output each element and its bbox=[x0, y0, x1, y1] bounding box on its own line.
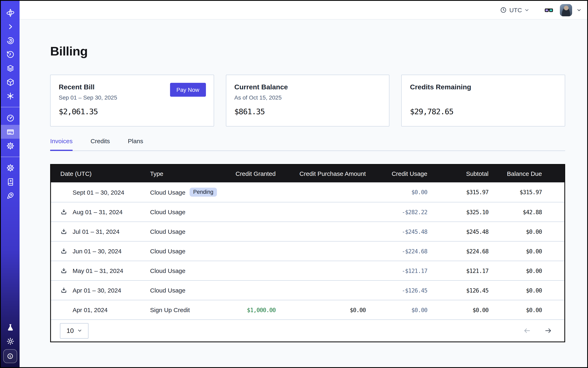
subtotal-value: $0.00 bbox=[427, 307, 488, 313]
arrow-right-icon bbox=[544, 327, 552, 335]
sidebar-item-credits[interactable]: $ bbox=[3, 349, 17, 363]
helm-wheel-icon bbox=[6, 163, 15, 172]
sidebar-item-usage[interactable] bbox=[1, 111, 19, 125]
invoice-type-cell: Sign Up Credit bbox=[150, 306, 227, 313]
invoice-type: Cloud Usage bbox=[150, 287, 185, 294]
clock-icon bbox=[500, 7, 507, 13]
invoice-date-cell: Sept 01 – 30, 2024 bbox=[51, 189, 150, 196]
reader-mode-button[interactable] bbox=[544, 5, 554, 15]
summary-cards: Recent Bill Sep 01 – Sep 30, 2025 $2,061… bbox=[50, 75, 565, 127]
table-row: Jun 01 – 30, 2024 Cloud Usage -$224.68 $… bbox=[51, 241, 564, 261]
sidebar-item-cube[interactable] bbox=[1, 75, 19, 89]
sidebar-divider bbox=[1, 157, 19, 157]
invoice-date-cell: Apr 01, 2024 bbox=[51, 306, 150, 313]
current-balance-amount: $861.35 bbox=[234, 107, 381, 116]
page-size-value: 10 bbox=[66, 327, 74, 334]
download-icon bbox=[60, 228, 67, 235]
status-badge: Pending bbox=[190, 188, 217, 197]
table-row: Jul 01 – 31, 2024 Cloud Usage -$245.48 $… bbox=[51, 221, 564, 241]
glasses-icon bbox=[544, 5, 554, 15]
balance-due-value: $315.97 bbox=[488, 189, 542, 195]
column-header-credit-purchase: Credit Purchase Amount bbox=[276, 170, 366, 177]
sidebar-item-history[interactable] bbox=[1, 47, 19, 61]
user-avatar[interactable] bbox=[560, 4, 572, 16]
invoice-date: Apr 01 – 30, 2024 bbox=[72, 287, 121, 294]
invoice-date: Aug 01 – 31, 2024 bbox=[72, 209, 123, 215]
sidebar-item-labs[interactable] bbox=[1, 320, 19, 334]
previous-page-button[interactable] bbox=[523, 327, 531, 335]
book-sparkle-icon bbox=[6, 177, 15, 186]
sidebar-item-settings[interactable] bbox=[1, 139, 19, 153]
subtotal-value: $325.10 bbox=[427, 209, 488, 215]
tab-credits[interactable]: Credits bbox=[90, 138, 110, 151]
credit-usage-value: -$282.22 bbox=[366, 209, 427, 215]
download-invoice-button[interactable] bbox=[60, 228, 67, 235]
page-size-select[interactable]: 10 bbox=[60, 323, 89, 338]
pagination-arrows bbox=[523, 327, 552, 335]
sidebar-item-layers[interactable] bbox=[1, 61, 19, 75]
gear-icon bbox=[6, 141, 15, 150]
column-header-balance-due: Balance Due bbox=[488, 170, 542, 177]
invoice-date: Apr 01, 2024 bbox=[72, 306, 108, 313]
invoice-type-cell: Cloud Usage bbox=[150, 248, 227, 255]
card-subtitle: As of Oct 15, 2025 bbox=[234, 94, 381, 101]
invoice-type-cell: Cloud Usage bbox=[150, 267, 227, 274]
invoice-type: Sign Up Credit bbox=[150, 306, 190, 313]
sidebar-item-helm[interactable] bbox=[1, 161, 19, 175]
sun-icon bbox=[6, 337, 15, 345]
download-slot bbox=[60, 248, 72, 255]
download-icon bbox=[60, 267, 67, 274]
current-balance-card: Current Balance As of Oct 15, 2025 $861.… bbox=[226, 75, 389, 127]
sidebar-spacer bbox=[1, 202, 19, 320]
pay-now-button[interactable]: Pay Now bbox=[170, 83, 206, 97]
invoice-date: Jun 01 – 30, 2024 bbox=[72, 248, 121, 255]
credit-usage-value: -$245.48 bbox=[366, 228, 427, 235]
credit-granted-value: $1,000.00 bbox=[227, 307, 276, 313]
credit-usage-value: -$224.68 bbox=[366, 248, 427, 254]
table-body: Sept 01 – 30, 2024 Cloud Usage Pending $… bbox=[51, 182, 564, 320]
download-slot bbox=[60, 228, 72, 235]
table-footer: 10 bbox=[51, 320, 564, 341]
timezone-dropdown[interactable]: UTC bbox=[500, 7, 529, 13]
balance-due-value: $0.00 bbox=[488, 287, 542, 294]
sidebar-item-asterisk[interactable] bbox=[1, 89, 19, 103]
download-invoice-button[interactable] bbox=[60, 287, 67, 294]
invoice-date: Sept 01 – 30, 2024 bbox=[72, 189, 124, 196]
billing-card-icon bbox=[6, 128, 15, 136]
download-slot bbox=[60, 189, 72, 196]
credits-remaining-amount: $29,782.65 bbox=[410, 107, 557, 116]
chevron-down-icon bbox=[525, 8, 529, 12]
invoices-table: Date (UTC) Type Credit Granted Credit Pu… bbox=[50, 164, 565, 342]
sidebar-item-observability[interactable] bbox=[1, 33, 19, 47]
invoice-type-cell: Cloud Usage bbox=[150, 209, 227, 215]
sidebar-item-billing[interactable] bbox=[1, 125, 19, 139]
credit-purchase-value: $0.00 bbox=[276, 307, 366, 313]
sidebar-item-launch[interactable] bbox=[1, 188, 19, 202]
credit-usage-value: $0.00 bbox=[366, 307, 427, 313]
download-slot bbox=[60, 287, 72, 294]
card-subtitle bbox=[410, 94, 557, 101]
invoice-date: Jul 01 – 31, 2024 bbox=[72, 228, 119, 235]
invoice-type-cell: Cloud Usage bbox=[150, 228, 227, 235]
balance-due-value: $42.88 bbox=[488, 209, 542, 215]
download-invoice-button[interactable] bbox=[60, 248, 67, 255]
tab-plans[interactable]: Plans bbox=[128, 138, 143, 151]
sidebar-item-logo[interactable] bbox=[1, 6, 19, 19]
asterisk-icon bbox=[6, 92, 15, 100]
download-icon bbox=[60, 209, 67, 215]
invoice-type: Cloud Usage bbox=[150, 209, 185, 215]
chevron-right-icon bbox=[6, 22, 15, 31]
sidebar-item-docs[interactable] bbox=[1, 175, 19, 188]
subtotal-value: $224.68 bbox=[427, 248, 488, 254]
balance-due-value: $0.00 bbox=[488, 267, 542, 274]
next-page-button[interactable] bbox=[544, 327, 552, 335]
sidebar-item-theme[interactable] bbox=[1, 334, 19, 348]
user-menu-button[interactable] bbox=[577, 8, 581, 12]
sidebar-item-expand[interactable] bbox=[1, 19, 19, 33]
credit-usage-value: $0.00 bbox=[366, 189, 427, 195]
download-invoice-button[interactable] bbox=[60, 209, 67, 215]
invoice-type-cell: Cloud Usage Pending bbox=[150, 188, 227, 197]
page-title: Billing bbox=[50, 44, 565, 59]
tab-invoices[interactable]: Invoices bbox=[50, 138, 72, 151]
download-invoice-button[interactable] bbox=[60, 267, 67, 274]
